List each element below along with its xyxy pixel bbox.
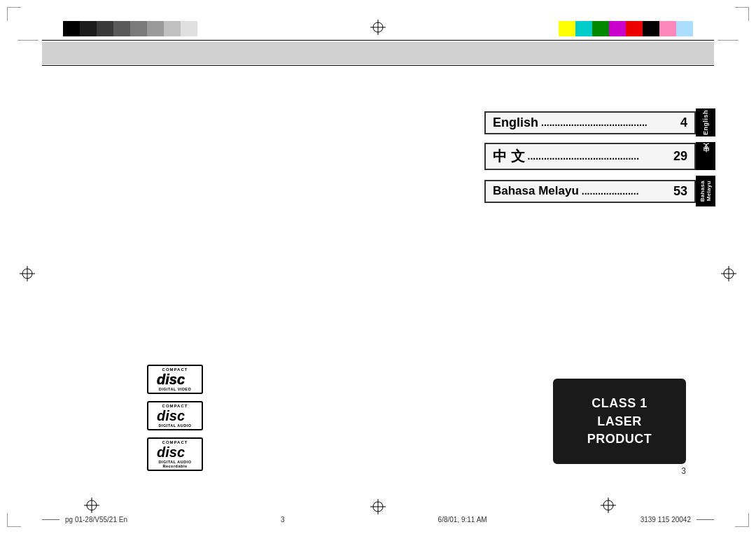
laser-line2: LASER PRODUCT xyxy=(587,414,652,446)
swatch-magenta xyxy=(609,21,626,36)
cd-badge-digital-audio: COMPACT disc DIGITAL AUDIO xyxy=(147,401,203,430)
toc-tab-label-chinese: 中 文 xyxy=(701,155,710,157)
swatch-gray4 xyxy=(164,21,181,36)
laser-product-box: CLASS 1 LASER PRODUCT xyxy=(553,379,686,464)
laser-number: 3 xyxy=(681,466,686,476)
swatch-black2 xyxy=(643,21,659,36)
toc-page-bahasa: 53 xyxy=(673,184,687,199)
swatch-yellow xyxy=(559,21,575,36)
cd-logo-digital-audio: COMPACT disc DIGITAL AUDIO xyxy=(147,401,203,430)
crosshair-bottom-right-mid xyxy=(601,498,616,513)
swatch-lightblue xyxy=(676,21,693,36)
toc-container: English ................................… xyxy=(484,108,715,212)
toc-row-chinese: 中 文 ....................................… xyxy=(484,142,715,170)
swatch-dark1 xyxy=(80,21,97,36)
toc-tab-label-english: English xyxy=(702,110,709,135)
cd-logo-recordable: COMPACT disc DIGITAL AUDIO Recordable xyxy=(147,437,203,471)
trim-mark-br xyxy=(735,513,749,527)
swatch-dark2 xyxy=(97,21,113,36)
trim-mark-tl xyxy=(7,7,21,21)
footer: pg 01-28/V55/21 En 3 6/8/01, 9:11 AM 313… xyxy=(42,516,714,524)
crosshair-bottom-center xyxy=(370,499,386,514)
cd-type-label-1: DIGITAL VIDEO xyxy=(159,387,192,391)
cd-disc-svg-3: disc xyxy=(156,444,195,460)
trim-mark-tr xyxy=(735,7,749,21)
cd-badge-digital-video: COMPACT disc disc DIGITAL VIDEO xyxy=(147,365,203,394)
toc-tab-bahasa: BahasaMelayu xyxy=(696,176,715,206)
crosshair-bottom-left xyxy=(84,498,99,513)
footer-page-ref: pg 01-28/V55/21 En xyxy=(65,516,127,524)
cd-disc-svg-2: disc xyxy=(156,408,195,423)
side-line-left xyxy=(18,40,38,41)
cd-logos-container: COMPACT disc disc DIGITAL VIDEO COMPACT … xyxy=(147,365,203,472)
svg-text:disc: disc xyxy=(157,408,185,423)
cd-badge-recordable: COMPACT disc DIGITAL AUDIO Recordable xyxy=(147,437,203,471)
crosshair-left-mid xyxy=(20,266,35,281)
footer-right-section: 3139 115 20042 xyxy=(640,516,714,524)
toc-dots-bahasa: ..................... xyxy=(579,185,673,197)
toc-page-english: 4 xyxy=(680,115,687,130)
color-bar-right xyxy=(559,21,693,36)
crosshair-right-mid xyxy=(721,266,736,281)
toc-page-chinese: 29 xyxy=(673,149,687,164)
laser-box-text: CLASS 1 LASER PRODUCT xyxy=(566,395,673,448)
cd-type-label-3b: Recordable xyxy=(163,464,188,468)
svg-text:disc: disc xyxy=(157,444,185,460)
thin-line-top xyxy=(42,40,714,41)
footer-right-line xyxy=(696,519,714,520)
swatch-green xyxy=(592,21,609,36)
toc-tab-english: English xyxy=(696,108,715,136)
toc-row-bahasa: Bahasa Melayu ..................... 53 B… xyxy=(484,176,715,206)
swatch-cyan xyxy=(575,21,592,36)
swatch-gray3 xyxy=(147,21,164,36)
footer-center-page: 3 xyxy=(281,516,285,524)
toc-dots-english: ....................................... xyxy=(538,117,680,128)
thin-line-bottom xyxy=(42,65,714,66)
toc-row-english: English ................................… xyxy=(484,108,715,136)
side-line-right xyxy=(718,40,738,41)
swatch-gray2 xyxy=(130,21,147,36)
toc-label-bahasa: Bahasa Melayu xyxy=(493,184,579,198)
footer-product-code: 3139 115 20042 xyxy=(640,516,691,524)
cd-disc-svg-1: disc disc xyxy=(156,372,195,387)
swatch-gray1 xyxy=(113,21,130,36)
color-bar-left xyxy=(63,21,197,36)
footer-left-line xyxy=(42,519,59,520)
toc-label-chinese: 中 文 xyxy=(493,147,525,166)
laser-line1: CLASS 1 xyxy=(592,396,648,410)
swatch-black xyxy=(63,21,80,36)
toc-dots-chinese: ........................................… xyxy=(525,150,673,162)
footer-timestamp: 6/8/01, 9:11 AM xyxy=(438,516,487,524)
cd-type-label-2: DIGITAL AUDIO xyxy=(158,423,191,428)
gray-bar xyxy=(42,42,714,64)
swatch-red xyxy=(626,21,643,36)
swatch-pink xyxy=(659,21,676,36)
footer-left-section: pg 01-28/V55/21 En xyxy=(42,516,127,524)
crosshair-top-center xyxy=(370,20,386,35)
trim-mark-bl xyxy=(7,513,21,527)
swatch-light xyxy=(181,21,197,36)
toc-label-english: English xyxy=(493,115,538,130)
cd-logo-digital-video: COMPACT disc disc DIGITAL VIDEO xyxy=(147,365,203,394)
toc-tab-label-bahasa: BahasaMelayu xyxy=(699,181,712,202)
toc-tab-chinese: 中 文 xyxy=(696,142,715,170)
svg-text:disc: disc xyxy=(157,372,185,387)
